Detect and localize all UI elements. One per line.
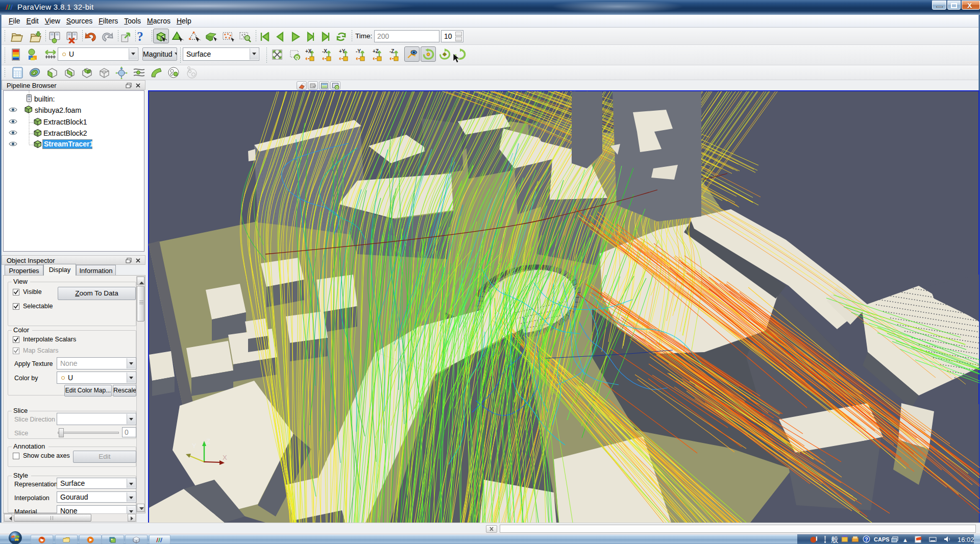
svg-text:-Z: -Z [389, 48, 394, 54]
svg-text:Q: Q [295, 55, 299, 60]
svg-text:般: 般 [831, 535, 838, 543]
svg-text:+X: +X [305, 48, 312, 54]
svg-text:-X: -X [322, 48, 327, 54]
svg-text:X: X [223, 454, 227, 461]
svg-text:?: ? [865, 536, 868, 542]
svg-text:?: ? [137, 30, 143, 43]
svg-text:+Z: +Z [373, 48, 379, 54]
svg-text:Y: Y [192, 442, 197, 450]
svg-text:Z: Z [206, 437, 210, 445]
svg-text:-Y: -Y [356, 48, 361, 54]
svg-text:Q: Q [335, 86, 338, 89]
svg-text:+Y: +Y [339, 48, 346, 54]
